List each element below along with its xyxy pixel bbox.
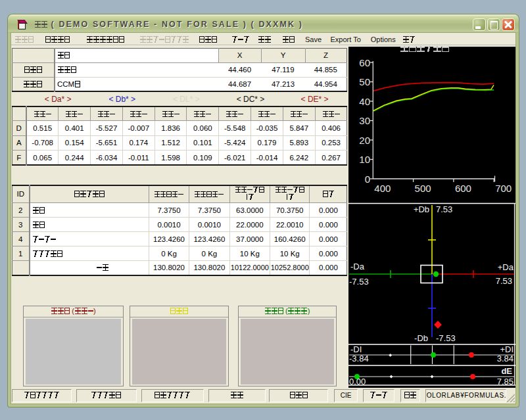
svg-text:60: 60 [359,57,370,68]
svg-text:30: 30 [359,115,370,126]
svg-text:-7.53: -7.53 [436,333,456,343]
svg-text:7.53: 7.53 [496,276,512,286]
svg-text:-7.53: -7.53 [349,277,369,287]
svg-text:7.53: 7.53 [436,204,452,214]
svg-text:3.84: 3.84 [497,354,514,363]
svg-text:400: 400 [374,183,391,194]
svg-text:dE: dE [501,366,512,376]
svg-text:-3.84: -3.84 [349,354,369,363]
svg-text:0: 0 [365,174,370,185]
svg-text:20: 20 [359,135,370,146]
svg-text:500: 500 [415,183,431,194]
svg-text:-DI: -DI [350,344,362,354]
svg-text:10: 10 [359,154,370,165]
svg-text:+Da: +Da [498,262,514,272]
svg-text:0.00: 0.00 [349,377,366,386]
svg-text:-Da: -Da [350,262,365,271]
svg-text:50: 50 [359,76,370,87]
svg-text:+DI: +DI [500,344,514,354]
svg-text:700: 700 [495,183,512,194]
svg-text:7.85: 7.85 [497,377,514,386]
svg-text:40: 40 [359,96,370,107]
svg-text:-Db: -Db [414,333,428,343]
svg-text:600: 600 [455,183,471,194]
svg-text:+Db: +Db [414,204,429,214]
